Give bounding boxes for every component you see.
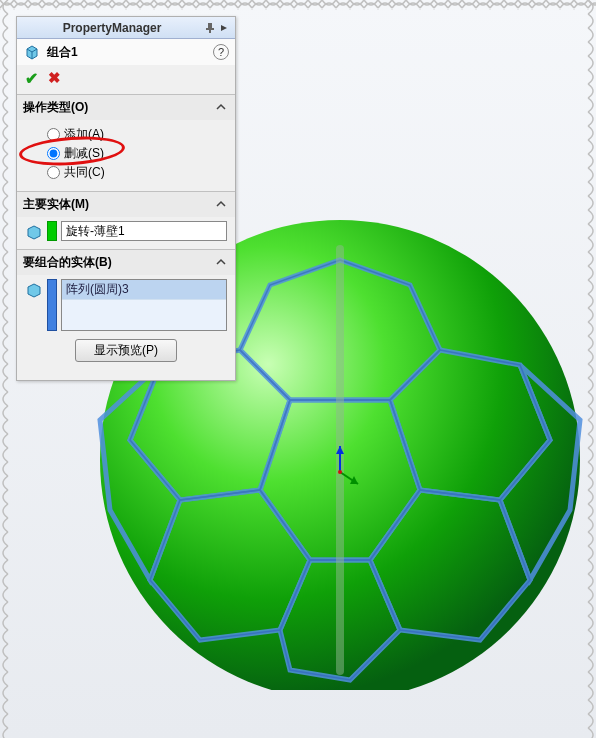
section-main-entity: 主要实体(M) [17, 191, 235, 249]
help-icon[interactable]: ? [213, 44, 229, 60]
radio-add[interactable]: 添加(A) [47, 126, 227, 143]
main-entity-input[interactable] [61, 221, 227, 241]
collapse-icon[interactable] [215, 101, 229, 115]
combine-entity-list[interactable]: 阵列(圆周)3 [61, 279, 227, 331]
flyout-arrow-icon[interactable] [217, 21, 231, 35]
svg-rect-1 [0, 0, 596, 10]
section-header-combine[interactable]: 要组合的实体(B) [17, 250, 235, 275]
color-chip-combine [47, 279, 57, 331]
radio-common-input[interactable] [47, 166, 60, 179]
svg-rect-29 [209, 30, 211, 33]
collapse-icon[interactable] [215, 256, 229, 270]
radio-add-input[interactable] [47, 128, 60, 141]
svg-rect-0 [0, 0, 596, 10]
radio-subtract[interactable]: 删减(S) [47, 145, 227, 162]
svg-rect-2 [0, 0, 10, 738]
svg-rect-27 [208, 23, 212, 28]
radio-common[interactable]: 共同(C) [47, 164, 227, 181]
section-header-optype[interactable]: 操作类型(O) [17, 95, 235, 120]
radio-subtract-input[interactable] [47, 147, 60, 160]
feature-header: 组合1 ? [17, 39, 235, 65]
svg-marker-33 [28, 284, 40, 297]
svg-marker-32 [28, 226, 40, 239]
combine-feature-icon [23, 43, 41, 61]
section-combine-entities: 要组合的实体(B) 阵列(圆周)3 显示预览(P) [17, 249, 235, 380]
ok-icon[interactable]: ✔ [25, 69, 38, 88]
body-icon [25, 223, 43, 241]
list-item[interactable]: 阵列(圆周)3 [62, 280, 226, 300]
confirm-row: ✔ ✖ [17, 65, 235, 94]
section-operation-type: 操作类型(O) 添加(A) 删减(S) 共同(C) [17, 94, 235, 191]
panel-titlebar: PropertyManager [17, 17, 235, 39]
panel-title: PropertyManager [21, 21, 203, 35]
cancel-icon[interactable]: ✖ [48, 69, 61, 88]
svg-point-26 [338, 470, 342, 474]
svg-rect-28 [206, 28, 214, 30]
feature-name: 组合1 [47, 44, 213, 61]
preview-button[interactable]: 显示预览(P) [75, 339, 177, 362]
pushpin-icon[interactable] [203, 21, 217, 35]
collapse-icon[interactable] [215, 198, 229, 212]
list-empty-row[interactable] [62, 300, 226, 330]
property-manager-panel: PropertyManager 组合1 ? ✔ ✖ 操作类型(O) [16, 16, 236, 381]
color-chip-main [47, 221, 57, 241]
section-header-mainentity[interactable]: 主要实体(M) [17, 192, 235, 217]
body-icon [25, 281, 43, 299]
